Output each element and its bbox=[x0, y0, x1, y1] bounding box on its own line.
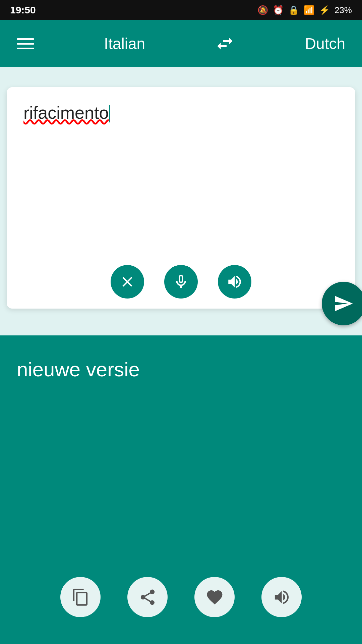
text-cursor bbox=[109, 105, 110, 122]
send-icon bbox=[334, 293, 354, 314]
input-word: rifacimento bbox=[23, 103, 109, 122]
output-panel: nieuwe versie bbox=[0, 335, 362, 644]
status-bar: 19:50 🔕 ⏰ 🔒 📶 ⚡ 23% bbox=[0, 0, 362, 20]
status-time: 19:50 bbox=[10, 4, 36, 16]
copy-icon bbox=[71, 588, 90, 606]
share-button[interactable] bbox=[127, 577, 168, 617]
input-actions bbox=[23, 258, 339, 299]
signal-icon: 📶 bbox=[304, 5, 314, 15]
clear-button[interactable] bbox=[111, 265, 144, 299]
hamburger-line-1 bbox=[17, 38, 34, 40]
hamburger-line-2 bbox=[17, 43, 34, 45]
toolbar: Italian Dutch bbox=[0, 20, 362, 67]
alarm-icon: ⏰ bbox=[273, 5, 284, 15]
notification-muted-icon: 🔕 bbox=[257, 5, 268, 15]
output-actions bbox=[17, 577, 345, 631]
hamburger-line-3 bbox=[17, 48, 34, 49]
translate-button[interactable] bbox=[322, 282, 362, 325]
input-panel: rifacimento bbox=[7, 87, 355, 309]
copy-button[interactable] bbox=[60, 577, 101, 617]
speak-input-icon bbox=[226, 273, 243, 290]
status-icons: 🔕 ⏰ 🔒 📶 ⚡ 23% bbox=[257, 5, 352, 15]
share-icon bbox=[138, 588, 157, 606]
battery-icon: ⚡ bbox=[319, 5, 330, 15]
lock-icon: 🔒 bbox=[288, 5, 299, 15]
input-text-display: rifacimento bbox=[23, 101, 339, 125]
favorite-button[interactable] bbox=[194, 577, 235, 617]
target-language-selector[interactable]: Dutch bbox=[305, 35, 345, 53]
favorite-icon bbox=[205, 588, 224, 606]
speak-output-button[interactable] bbox=[261, 577, 302, 617]
clear-icon bbox=[119, 273, 136, 290]
speak-output-icon bbox=[273, 588, 291, 606]
menu-button[interactable] bbox=[17, 38, 34, 49]
battery-percentage: 23% bbox=[335, 5, 352, 15]
microphone-button[interactable] bbox=[164, 265, 198, 299]
source-language-selector[interactable]: Italian bbox=[104, 35, 145, 53]
speak-input-button[interactable] bbox=[218, 265, 251, 299]
swap-languages-button[interactable] bbox=[215, 34, 235, 54]
swap-icon bbox=[215, 34, 235, 54]
output-text: nieuwe versie bbox=[17, 356, 345, 384]
microphone-icon bbox=[173, 273, 189, 290]
